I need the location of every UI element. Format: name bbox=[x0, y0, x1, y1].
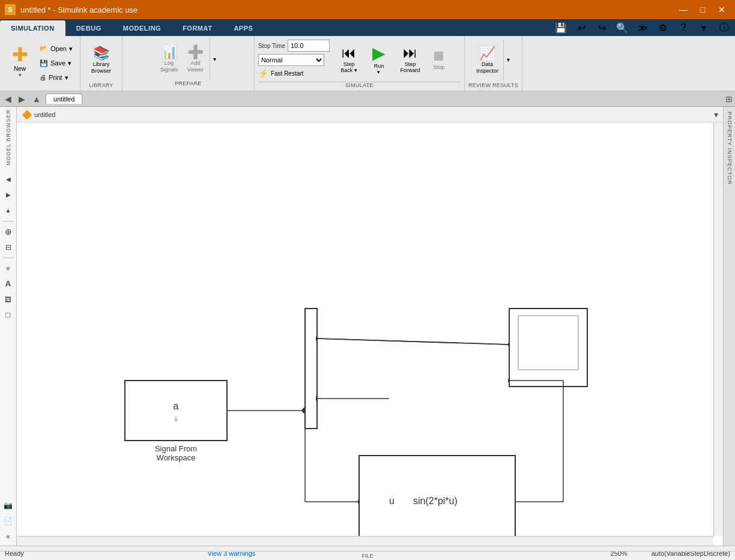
title-bar: S untitled * - Simulink academic use — □… bbox=[0, 0, 735, 19]
redo-button[interactable]: ↪ bbox=[593, 19, 610, 36]
main-area: Model Browser ◀ ▶ ▲ ⊕ ⊟ ≡ A 🖼 □ 📷 📄 « 🔶 … bbox=[0, 107, 735, 546]
navigate-forward-button[interactable]: ▶ bbox=[2, 188, 15, 202]
file-section-label: FILE bbox=[0, 551, 735, 560]
vertical-scrollbar[interactable] bbox=[713, 122, 723, 536]
svg-text:S: S bbox=[8, 6, 12, 13]
tab-modeling[interactable]: MODELING bbox=[112, 20, 172, 36]
signal-from-workspace-label-line2: Workspace bbox=[157, 453, 196, 462]
close-button[interactable]: ✕ bbox=[713, 4, 730, 16]
fast-restart-row: ⚡ Fast Restart bbox=[258, 68, 330, 78]
image-tool-button[interactable]: 🖼 bbox=[2, 293, 15, 306]
prepare-section: 📊 LogSignals ➕ AddViewer ▾ PREPARE bbox=[122, 36, 255, 91]
undo-button[interactable]: ↩ bbox=[573, 19, 590, 36]
prepare-dropdown-button[interactable]: ▾ bbox=[210, 38, 219, 79]
library-browser-button[interactable]: 📚 LibraryBrowser bbox=[89, 40, 113, 80]
ribbon-toolbar: ✚ New ▾ 📂 Open ▾ 💾 Save ▾ 🖨 Print ▾ FILE bbox=[0, 36, 735, 91]
add-viewer-label: AddViewer bbox=[187, 60, 204, 73]
maximize-button[interactable]: □ bbox=[694, 4, 711, 16]
tab-right-controls: ⊞ bbox=[725, 94, 733, 104]
log-signals-icon: 📊 bbox=[161, 44, 177, 60]
data-inspector-icon: 📈 bbox=[479, 46, 495, 61]
toolbar-divider-2 bbox=[2, 257, 14, 258]
breadcrumb-dropdown-button[interactable]: ▾ bbox=[714, 110, 718, 119]
screenshot-button[interactable]: 📷 bbox=[2, 499, 15, 512]
wire-mux-scope bbox=[317, 339, 509, 345]
signal-block-label-a: a bbox=[174, 401, 179, 411]
zoom-fit-button[interactable]: ⊟ bbox=[2, 241, 15, 254]
help-button[interactable]: ? bbox=[675, 19, 692, 36]
save-icon: 💾 bbox=[40, 59, 48, 67]
print-label: Print bbox=[49, 74, 62, 81]
doc-button[interactable]: 📄 bbox=[2, 514, 15, 528]
tab-up-button[interactable]: ▲ bbox=[30, 94, 43, 104]
pan-button[interactable]: ≡ bbox=[2, 262, 15, 275]
tab-apps[interactable]: APPS bbox=[223, 20, 264, 36]
info-button[interactable]: ⓘ bbox=[716, 19, 733, 36]
step-forward-icon: ⏭ bbox=[403, 44, 417, 61]
scope-screen bbox=[518, 316, 578, 370]
stop-icon: ⏹ bbox=[432, 47, 446, 64]
canvas-container: 🔶 untitled ▾ a ⇓ Signal From Workspace bbox=[17, 107, 723, 546]
tab-back-button[interactable]: ◀ bbox=[2, 94, 14, 104]
run-button[interactable]: ▶ Run▾ bbox=[364, 38, 393, 79]
fit-to-view-button[interactable]: ⊕ bbox=[2, 225, 15, 238]
block-tool-button[interactable]: □ bbox=[2, 309, 15, 322]
save-icon-button[interactable]: 💾 bbox=[552, 19, 569, 36]
expand-button[interactable]: ⊞ bbox=[725, 94, 733, 104]
fast-restart-icon: ⚡ bbox=[258, 68, 268, 78]
stop-time-input[interactable] bbox=[288, 40, 330, 52]
ribbon-tabs: SIMULATION DEBUG MODELING FORMAT APPS 💾 … bbox=[0, 19, 735, 36]
review-dropdown-button[interactable]: ▾ bbox=[503, 40, 513, 80]
tab-debug[interactable]: DEBUG bbox=[65, 20, 112, 36]
step-forward-button[interactable]: ⏭ StepForward bbox=[395, 38, 426, 79]
simulate-section-label: SIMULATE bbox=[258, 82, 461, 89]
mode-select-row: Normal Accelerator Rapid Accelerator Ext… bbox=[258, 54, 330, 66]
tab-format[interactable]: FORMAT bbox=[172, 20, 223, 36]
text-tool-button[interactable]: A bbox=[2, 277, 15, 291]
library-browser-label: LibraryBrowser bbox=[91, 61, 111, 74]
file-other-btns: 📂 Open ▾ 💾 Save ▾ 🖨 Print ▾ bbox=[36, 40, 76, 84]
print-button[interactable]: 🖨 Print ▾ bbox=[36, 71, 76, 84]
library-content: 📚 LibraryBrowser bbox=[89, 38, 113, 81]
open-button[interactable]: 📂 Open ▾ bbox=[36, 42, 76, 55]
title-bar-left: S untitled * - Simulink academic use bbox=[5, 4, 138, 15]
prepare-section-label: PREPARE bbox=[175, 80, 201, 88]
more-button[interactable]: ≫ bbox=[634, 19, 651, 36]
settings-button[interactable]: ⚙ bbox=[655, 19, 671, 36]
zoom-button[interactable]: 🔍 bbox=[614, 19, 631, 36]
mode-select[interactable]: Normal Accelerator Rapid Accelerator Ext… bbox=[258, 54, 324, 66]
new-button[interactable]: ✚ New ▾ bbox=[4, 40, 36, 83]
breadcrumb-model-name[interactable]: untitled bbox=[34, 111, 55, 118]
save-label: Save bbox=[50, 59, 65, 67]
run-label: Run▾ bbox=[374, 63, 384, 75]
minimize-button[interactable]: — bbox=[675, 4, 692, 16]
dropdown-button[interactable]: ▾ bbox=[695, 19, 712, 36]
sim-controls: Stop Time Normal Accelerator Rapid Accel… bbox=[258, 40, 330, 78]
library-section: 📚 LibraryBrowser LIBRARY bbox=[80, 36, 122, 91]
simulink-icon: S bbox=[5, 4, 16, 15]
right-sidebar-label: Property Inspector bbox=[727, 112, 733, 185]
tab-forward-button[interactable]: ▶ bbox=[16, 94, 28, 104]
open-icon: 📂 bbox=[40, 45, 48, 53]
navigate-back-button[interactable]: ◀ bbox=[2, 173, 15, 186]
log-signals-button[interactable]: 📊 LogSignals bbox=[157, 38, 181, 79]
step-back-button[interactable]: ⏮ StepBack ▾ bbox=[334, 38, 363, 79]
open-dropdown: ▾ bbox=[69, 45, 73, 53]
diagram-svg: a ⇓ Signal From Workspace bbox=[17, 122, 723, 546]
print-icon: 🖨 bbox=[40, 74, 46, 81]
data-inspector-button[interactable]: 📈 DataInspector bbox=[474, 40, 501, 80]
navigate-up-button[interactable]: ▲ bbox=[2, 204, 15, 217]
fcn-u-label: u bbox=[389, 496, 395, 506]
add-viewer-icon: ➕ bbox=[187, 44, 204, 60]
horizontal-scrollbar[interactable] bbox=[17, 536, 713, 546]
add-viewer-button[interactable]: ➕ AddViewer bbox=[183, 38, 207, 79]
save-button[interactable]: 💾 Save ▾ bbox=[36, 56, 76, 70]
prepare-content: 📊 LogSignals ➕ AddViewer ▾ bbox=[157, 38, 219, 79]
model-tab-untitled[interactable]: untitled bbox=[46, 94, 82, 104]
tab-bar: ◀ ▶ ▲ untitled ⊞ bbox=[0, 91, 735, 107]
collapse-button[interactable]: « bbox=[2, 530, 15, 543]
tab-simulation[interactable]: SIMULATION bbox=[0, 20, 65, 36]
stop-button[interactable]: ⏹ Stop bbox=[427, 38, 451, 79]
mux-block[interactable] bbox=[305, 309, 317, 429]
file-section: ✚ New ▾ 📂 Open ▾ 💾 Save ▾ 🖨 Print ▾ FILE bbox=[0, 36, 80, 91]
